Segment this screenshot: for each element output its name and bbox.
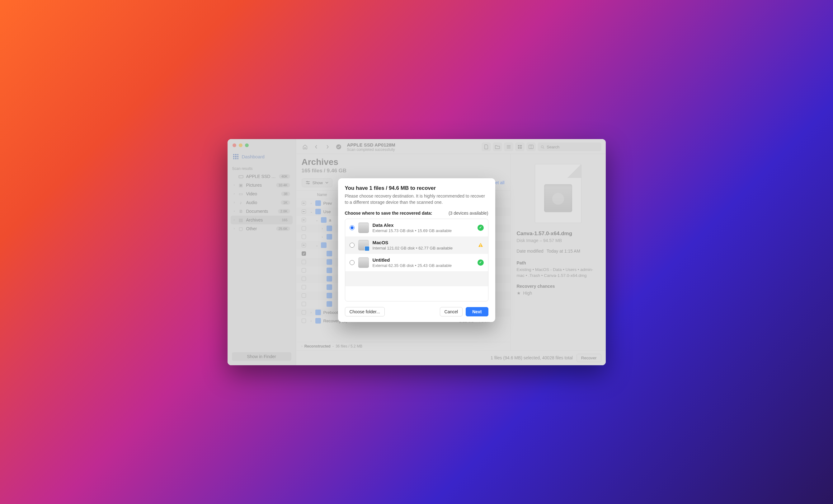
device-option[interactable]: UntitledExternal 62.35 GB disk • 25.43 G… — [345, 254, 488, 271]
svg-rect-12 — [480, 246, 481, 247]
dialog-footer: Choose folder... Cancel Next — [345, 307, 489, 317]
drive-icon — [358, 257, 369, 268]
device-detail: External 62.35 GB disk • 25.43 GB availa… — [373, 263, 474, 268]
drive-icon — [358, 240, 369, 250]
device-name: MacOS — [373, 240, 474, 245]
device-detail: External 15.73 GB disk • 15.69 GB availa… — [373, 228, 474, 233]
device-radio[interactable] — [350, 225, 355, 230]
dialog-description: Please choose recovery destination. It i… — [345, 193, 489, 205]
device-radio[interactable] — [350, 243, 355, 248]
app-window: Dashboard Scan results APPLE SSD AP01… 4… — [228, 139, 606, 365]
svg-rect-11 — [480, 244, 481, 246]
device-name: Data Alex — [373, 223, 474, 228]
device-list: Data AlexExternal 15.73 GB disk • 15.69 … — [345, 219, 489, 301]
warning-icon — [477, 242, 484, 248]
drive-icon — [358, 223, 369, 233]
choose-folder-button[interactable]: Choose folder... — [345, 307, 385, 317]
check-ok-icon — [477, 225, 484, 231]
check-ok-icon — [477, 259, 484, 266]
recovery-destination-dialog: You have 1 files / 94.6 MB to recover Pl… — [338, 178, 495, 322]
devices-count: (3 devices available) — [449, 211, 489, 216]
dialog-choose-row: Choose where to save the recovered data:… — [345, 211, 489, 216]
device-detail: Internal 121.02 GB disk • 62.77 GB avail… — [373, 246, 474, 250]
next-button[interactable]: Next — [466, 307, 488, 317]
modal-overlay: You have 1 files / 94.6 MB to recover Pl… — [228, 139, 606, 365]
device-name: Untitled — [373, 257, 474, 262]
dialog-title: You have 1 files / 94.6 MB to recover — [345, 185, 489, 191]
device-radio[interactable] — [350, 260, 355, 265]
choose-label: Choose where to save the recovered data: — [345, 211, 432, 216]
device-blank — [345, 271, 488, 286]
device-blank — [345, 286, 488, 301]
device-option[interactable]: MacOSInternal 121.02 GB disk • 62.77 GB … — [345, 236, 488, 254]
device-option[interactable]: Data AlexExternal 15.73 GB disk • 15.69 … — [345, 219, 488, 236]
cancel-button[interactable]: Cancel — [440, 307, 463, 317]
